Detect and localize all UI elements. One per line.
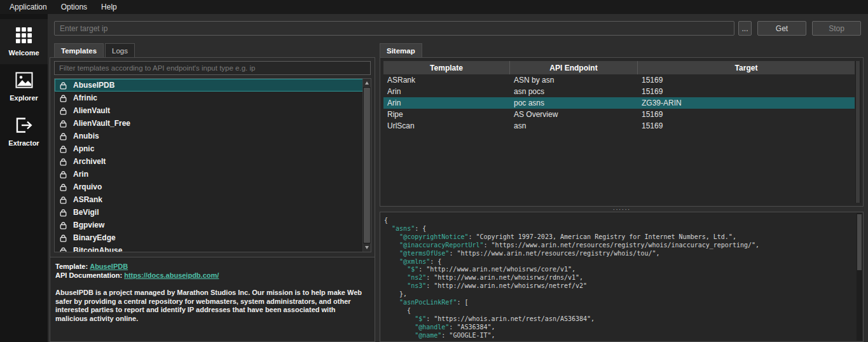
get-button[interactable]: Get (757, 21, 806, 36)
sitemap-table: Template API Endpoint Target ASRankASN b… (380, 57, 864, 207)
grid-icon (15, 26, 32, 44)
template-name: AbuseIPDB (73, 81, 114, 90)
column-header-target[interactable]: Target (638, 61, 855, 74)
table-row[interactable]: UrlScanasn15169 (383, 120, 855, 132)
template-list: AbuseIPDBAfrinicAlienVaultAlienVault_Fre… (54, 78, 371, 252)
sidebar-item-label: Explorer (10, 94, 38, 102)
sidebar-item-label: Extractor (8, 139, 39, 147)
table-cell-template: Arin (383, 97, 510, 109)
template-list-item[interactable]: AlienVault_Free (55, 117, 371, 130)
table-header: Template API Endpoint Target (383, 61, 855, 74)
sidebar-item-welcome[interactable]: Welcome (0, 19, 48, 64)
table-cell-template: Arin (383, 86, 510, 97)
menu-application[interactable]: Application (3, 1, 54, 13)
table-cell-target: 15169 (638, 109, 855, 120)
json-viewer[interactable]: { "asns": { "@copyrightNotice": "Copyrig… (380, 212, 864, 342)
lock-icon (60, 221, 67, 229)
splitter-handle[interactable] (380, 206, 864, 212)
template-list-item[interactable]: BinaryEdge (55, 231, 371, 244)
scroll-up-icon[interactable] (363, 79, 371, 87)
table-cell-endpoint: ASN by asn (510, 74, 638, 86)
template-name: AlienVault_Free (73, 119, 130, 128)
tab-templates[interactable]: Templates (54, 43, 104, 57)
template-name: Bgpview (73, 221, 104, 229)
lock-icon (60, 120, 67, 128)
table-cell-target: 15169 (638, 120, 855, 132)
image-icon (15, 71, 33, 89)
tab-logs[interactable]: Logs (105, 43, 135, 57)
api-doc-link[interactable]: https://docs.abuseipdb.com/ (124, 271, 219, 279)
json-content: { "asns": { "@copyrightNotice": "Copyrig… (384, 217, 854, 340)
template-list-item[interactable]: Bgpview (55, 219, 371, 231)
template-info-panel: Template: AbuseIPDB API Documentation: h… (50, 257, 375, 341)
table-row[interactable]: ASRankASN by asn15169 (383, 74, 855, 86)
table-cell-target: 15169 (638, 74, 855, 86)
template-list-item[interactable]: AbuseIPDB (55, 79, 371, 92)
lock-icon (60, 81, 67, 90)
template-name: BitcoinAbuse (73, 246, 122, 252)
right-tabbar: Sitemap (380, 43, 424, 57)
template-name: Arquivo (73, 182, 102, 191)
template-list-item[interactable]: ASRank (55, 193, 371, 206)
table-cell-endpoint: asn (510, 120, 638, 132)
template-list-item[interactable]: BitcoinAbuse (55, 244, 371, 252)
target-input[interactable] (54, 21, 734, 36)
menu-options[interactable]: Options (54, 1, 94, 13)
template-filter-input[interactable] (54, 61, 371, 75)
template-list-item[interactable]: BeVigil (55, 206, 371, 219)
stop-button[interactable]: Stop (812, 21, 861, 36)
browse-button[interactable]: ... (738, 21, 752, 36)
template-name: Apnic (73, 144, 94, 153)
template-list-item[interactable]: Arin (55, 168, 371, 181)
sidebar: Welcome Explorer Extractor (0, 14, 48, 342)
menubar: Application Options Help (0, 0, 868, 14)
table-row[interactable]: Arinpoc asnsZG39-ARIN (383, 97, 855, 109)
table-body: ASRankASN by asn15169Arinasn pocs15169Ar… (383, 74, 855, 203)
lock-icon (60, 132, 67, 140)
template-list-item[interactable]: Apnic (55, 142, 371, 155)
lock-icon (60, 170, 67, 179)
column-header-template[interactable]: Template (383, 61, 510, 74)
table-cell-endpoint: poc asns (510, 97, 638, 109)
template-name: Anubis (73, 132, 99, 140)
scrollbar-thumb[interactable] (364, 88, 370, 243)
templates-panel: AbuseIPDBAfrinicAlienVaultAlienVault_Fre… (50, 57, 375, 342)
scroll-down-icon[interactable] (363, 243, 371, 252)
template-name: Afrinic (73, 93, 97, 102)
template-list-item[interactable]: Afrinic (55, 92, 371, 104)
sidebar-item-label: Welcome (8, 49, 39, 57)
template-list-scrollbar[interactable] (362, 79, 371, 252)
tab-sitemap[interactable]: Sitemap (380, 43, 422, 57)
template-list-item[interactable]: ArchiveIt (55, 155, 371, 168)
table-cell-endpoint: asn pocs (510, 86, 638, 97)
scrollbar-thumb[interactable] (857, 214, 862, 270)
table-cell-target: 15169 (638, 86, 855, 97)
lock-icon (60, 196, 67, 204)
template-list-item[interactable]: Arquivo (55, 181, 371, 193)
table-scrollbar[interactable] (855, 61, 860, 203)
template-name: BinaryEdge (73, 233, 116, 242)
template-list-item[interactable]: Anubis (55, 130, 371, 142)
scrollbar-thumb[interactable] (856, 61, 860, 203)
lock-icon (60, 158, 67, 166)
json-scrollbar[interactable] (857, 213, 862, 341)
template-info-line: Template: AbuseIPDB (55, 262, 369, 271)
template-name: ArchiveIt (73, 157, 106, 166)
column-header-api-endpoint[interactable]: API Endpoint (510, 61, 638, 74)
sidebar-item-extractor[interactable]: Extractor (0, 109, 48, 154)
template-name: Arin (73, 170, 88, 179)
lock-icon (60, 209, 67, 217)
api-doc-label: API Documentation: (55, 271, 122, 279)
table-cell-target: ZG39-ARIN (638, 97, 855, 109)
template-link[interactable]: AbuseIPDB (90, 263, 128, 270)
table-row[interactable]: RipeAS Overview15169 (383, 109, 855, 120)
template-name: BeVigil (73, 208, 99, 217)
table-row[interactable]: Arinasn pocs15169 (383, 86, 855, 97)
template-list-item[interactable]: AlienVault (55, 104, 371, 117)
sidebar-item-explorer[interactable]: Explorer (0, 64, 48, 109)
menu-help[interactable]: Help (94, 1, 124, 13)
left-tabbar: Templates Logs (54, 43, 136, 57)
lock-icon (60, 94, 67, 102)
table-cell-endpoint: AS Overview (510, 109, 638, 120)
lock-icon (60, 234, 67, 242)
